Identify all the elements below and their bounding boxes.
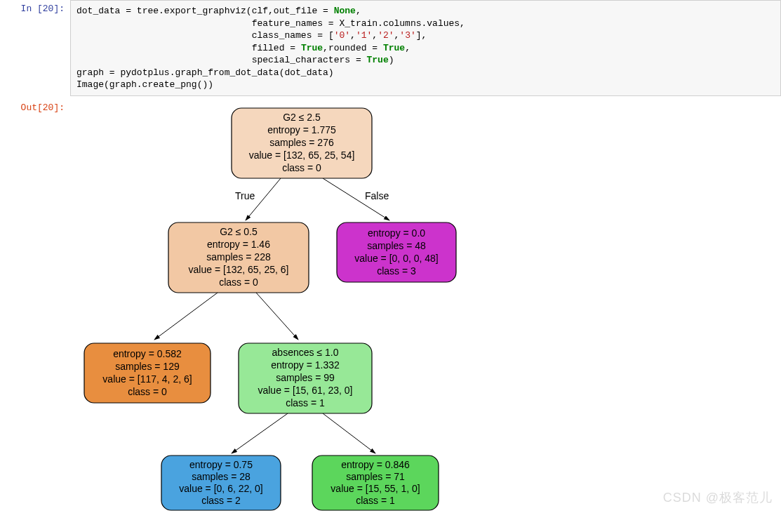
svg-text:class = 0: class = 0 [282,162,321,173]
output-cell: Out[20]: True False G2 ≤ 2.5 en [0,99,781,512]
svg-text:class = 1: class = 1 [286,397,325,408]
svg-text:class = 0: class = 0 [219,277,258,288]
prompt-in: In [20]: [0,0,70,96]
svg-text:entropy = 1.332: entropy = 1.332 [271,359,340,371]
tree-node-lr: absences ≤ 1.0 entropy = 1.332 samples =… [239,343,372,413]
svg-text:class = 1: class = 1 [356,495,395,506]
svg-text:samples = 28: samples = 28 [192,471,251,482]
tree-node-right: entropy = 0.0 samples = 48 value = [0, 0… [337,222,456,282]
svg-text:entropy = 0.582: entropy = 0.582 [113,348,182,359]
svg-text:samples = 129: samples = 129 [115,361,180,372]
edge-label-true: True [235,190,255,201]
svg-text:samples = 276: samples = 276 [269,137,334,148]
decision-tree-diagram: True False G2 ≤ 2.5 entropy = 1.775 samp… [70,105,561,512]
svg-text:samples = 71: samples = 71 [346,471,405,482]
svg-text:value = [132, 65, 25, 6]: value = [132, 65, 25, 6] [189,264,289,275]
tree-node-ll: entropy = 0.582 samples = 129 value = [1… [84,343,211,403]
code-cell[interactable]: dot_data = tree.export_graphviz(clf,out_… [70,0,781,96]
svg-text:entropy = 0.846: entropy = 0.846 [341,459,410,470]
svg-text:class = 3: class = 3 [377,265,416,277]
svg-text:value = [0, 6, 22, 0]: value = [0, 6, 22, 0] [179,483,262,494]
prompt-out: Out[20]: [0,99,70,512]
svg-text:entropy = 1.775: entropy = 1.775 [267,124,336,135]
svg-text:value = [132, 65, 25, 54]: value = [132, 65, 25, 54] [249,149,355,161]
svg-text:value = [15, 61, 23, 0]: value = [15, 61, 23, 0] [258,385,352,396]
tree-edge [256,293,298,340]
svg-text:entropy = 0.0: entropy = 0.0 [368,227,425,239]
edge-label-false: False [365,190,389,201]
input-cell: In [20]: dot_data = tree.export_graphviz… [0,0,781,96]
svg-text:G2 ≤ 2.5: G2 ≤ 2.5 [283,112,321,123]
svg-text:entropy = 0.75: entropy = 0.75 [189,459,253,470]
svg-text:value = [117, 4, 2, 6]: value = [117, 4, 2, 6] [102,373,192,385]
tree-node-lrr: entropy = 0.846 samples = 71 value = [15… [312,455,439,510]
svg-text:samples = 48: samples = 48 [367,240,426,251]
tree-node-root: G2 ≤ 2.5 entropy = 1.775 samples = 276 v… [232,108,372,178]
watermark-text: CSDN @极客范儿 [663,489,773,506]
svg-text:entropy = 1.46: entropy = 1.46 [207,239,270,250]
output-area: True False G2 ≤ 2.5 entropy = 1.775 samp… [70,99,781,512]
svg-text:value = [15, 55, 1, 0]: value = [15, 55, 1, 0] [331,483,420,494]
svg-text:class = 0: class = 0 [128,386,167,397]
svg-text:absences ≤ 1.0: absences ≤ 1.0 [272,347,339,358]
tree-edge [323,413,375,453]
code-text: dot_data = tree.export_graphviz(clf,out_… [76,6,465,90]
svg-text:G2 ≤ 0.5: G2 ≤ 0.5 [220,226,258,237]
tree-edge [232,413,288,453]
svg-text:value = [0, 0, 0, 48]: value = [0, 0, 0, 48] [354,253,438,264]
tree-node-left: G2 ≤ 0.5 entropy = 1.46 samples = 228 va… [168,222,309,293]
svg-text:samples = 99: samples = 99 [276,372,335,383]
svg-text:samples = 228: samples = 228 [206,251,271,262]
tree-node-lrl: entropy = 0.75 samples = 28 value = [0, … [161,455,281,510]
tree-edge [154,293,218,340]
svg-text:class = 2: class = 2 [201,495,241,506]
